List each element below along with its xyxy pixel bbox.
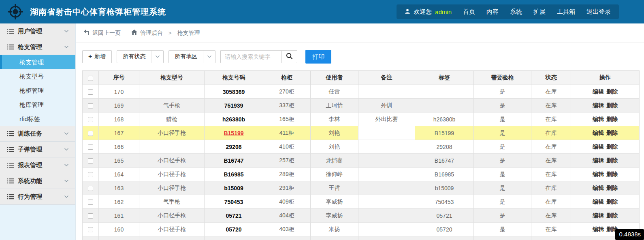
delete-link[interactable]: 删除 <box>606 88 618 95</box>
cell-tag: 750453 <box>415 195 474 209</box>
delete-link[interactable]: 删除 <box>606 185 618 191</box>
row-checkbox[interactable] <box>88 144 93 150</box>
sidebar-item-1-0[interactable]: 枪支管理 <box>0 55 75 69</box>
row-checkbox[interactable] <box>88 117 93 122</box>
row-select-cell <box>83 113 99 126</box>
row-select-cell <box>83 168 99 181</box>
cell-user: 任雷 <box>311 85 358 99</box>
edit-link[interactable]: 编辑 <box>593 130 604 136</box>
delete-link[interactable]: 删除 <box>606 198 618 205</box>
serial-link[interactable]: B15199 <box>224 130 243 136</box>
table-header-row: 序号枪支型号枪支号码枪柜使用者备注标签需要验枪状态操作 <box>83 71 640 85</box>
breadcrumb-separator: > <box>168 30 172 36</box>
sidebar-item-1-3[interactable]: 枪库管理 <box>0 98 75 112</box>
search-button[interactable] <box>281 50 297 63</box>
print-button[interactable]: 打印 <box>305 50 331 64</box>
search-input[interactable] <box>220 50 281 63</box>
delete-link[interactable]: 删除 <box>606 130 618 136</box>
sidebar-group-1[interactable]: 枪支管理 <box>0 39 75 55</box>
breadcrumb-home[interactable]: 管理后台 <box>131 30 163 37</box>
table-row-partial <box>83 236 640 240</box>
cell-status: 在库 <box>531 85 571 99</box>
cell-verify: 是 <box>474 99 531 113</box>
cell-note <box>358 223 415 236</box>
row-checkbox[interactable] <box>88 103 93 108</box>
topnav-item-1[interactable]: 内容 <box>486 8 499 16</box>
status-filter-dropdown[interactable]: 所有状态 <box>117 50 164 63</box>
cell-verify: 是 <box>474 195 531 209</box>
add-button[interactable]: + 新增 <box>82 50 112 63</box>
row-checkbox[interactable] <box>88 227 93 232</box>
edit-link[interactable]: 编辑 <box>593 212 604 219</box>
row-checkbox[interactable] <box>88 200 93 205</box>
edit-link[interactable]: 编辑 <box>593 102 604 108</box>
topnav-item-2[interactable]: 系统 <box>510 8 522 16</box>
row-checkbox[interactable] <box>88 89 93 95</box>
edit-link[interactable]: 编辑 <box>593 116 604 122</box>
topnav-item-4[interactable]: 工具箱 <box>557 8 575 16</box>
table-row: 165小口径手枪B16747257柜龙恺睿B16747是在库编辑删除 <box>83 154 640 168</box>
cell-actions: 编辑删除 <box>571 209 640 223</box>
sidebar-group-0[interactable]: 用户管理 <box>0 23 75 39</box>
edit-link[interactable]: 编辑 <box>593 226 604 232</box>
row-select-cell <box>83 154 99 168</box>
edit-link[interactable]: 编辑 <box>593 185 604 191</box>
cell-id: 162 <box>99 195 139 209</box>
column-header-7: 需要验枪 <box>474 71 531 85</box>
cell-verify: 是 <box>474 168 531 181</box>
topnav-item-5[interactable]: 退出登录 <box>586 8 611 16</box>
row-checkbox[interactable] <box>88 158 93 164</box>
edit-link[interactable]: 编辑 <box>593 143 604 150</box>
sidebar-group-4[interactable]: 报表管理 <box>0 157 75 173</box>
cell-serial: 29208 <box>205 140 263 154</box>
cell-cabinet: 409柜 <box>263 195 311 209</box>
row-select-cell <box>83 195 99 209</box>
row-checkbox[interactable] <box>88 186 93 191</box>
cell-model: 猎枪 <box>139 113 205 126</box>
sidebar-group-5[interactable]: 系统功能 <box>0 173 75 189</box>
cell-model: 小口径手枪 <box>139 209 205 223</box>
username[interactable]: admin <box>435 8 452 15</box>
home-icon <box>131 30 137 36</box>
back-link[interactable]: 返回上一页 <box>83 30 121 37</box>
column-header-6: 标签 <box>415 71 474 85</box>
column-header-4: 使用者 <box>311 71 358 85</box>
sidebar-group-3[interactable]: 子弹管理 <box>0 142 75 157</box>
delete-link[interactable]: 删除 <box>606 171 618 177</box>
region-filter-dropdown[interactable]: 所有地区 <box>168 50 215 63</box>
sidebar-item-1-1[interactable]: 枪支型号 <box>0 69 75 83</box>
cell-serial: 05721 <box>205 209 263 223</box>
app-logo-crosshair-icon <box>6 3 24 21</box>
edit-link[interactable]: 编辑 <box>593 88 604 95</box>
top-navigation: 欢迎您 admin 首页内容系统扩展工具箱退出登录 <box>397 4 619 19</box>
cell-tag: 05721 <box>415 209 474 223</box>
sidebar-group-label: 报表管理 <box>18 161 64 169</box>
row-checkbox[interactable] <box>88 172 93 177</box>
topnav-item-3[interactable]: 扩展 <box>533 8 546 16</box>
topnav-item-0[interactable]: 首页 <box>463 8 475 16</box>
edit-link[interactable]: 编辑 <box>593 198 604 205</box>
cell-id: 169 <box>99 99 139 113</box>
sidebar-group-2[interactable]: 训练任务 <box>0 126 75 142</box>
table-body: 1703058369270柜任雷是在库编辑删除169气手枪751939337柜王… <box>83 85 640 240</box>
cell-actions: 编辑删除 <box>571 195 640 209</box>
select-all-checkbox[interactable] <box>88 76 93 81</box>
cell-note: 外训 <box>358 99 415 113</box>
delete-link[interactable]: 删除 <box>606 102 618 108</box>
sidebar-group-6[interactable]: 行为管理 <box>0 189 75 205</box>
delete-link[interactable]: 删除 <box>606 212 618 219</box>
sidebar-group-label: 训练任务 <box>18 130 64 138</box>
edit-link[interactable]: 编辑 <box>593 171 604 177</box>
row-checkbox[interactable] <box>88 213 93 219</box>
sidebar-item-1-4[interactable]: rfid标签 <box>0 112 75 126</box>
row-checkbox[interactable] <box>88 131 93 136</box>
table-row: 169气手枪751939337柜王珂怡外训是在库编辑删除 <box>83 99 640 113</box>
delete-link[interactable]: 删除 <box>606 116 618 122</box>
app-header: 湖南省射击中心体育枪弹柜管理系统 欢迎您 admin 首页内容系统扩展工具箱退出… <box>0 0 644 23</box>
sidebar-item-1-2[interactable]: 枪柜管理 <box>0 83 75 98</box>
cell-user: 徐仰峥 <box>311 168 358 181</box>
delete-link[interactable]: 删除 <box>606 143 618 150</box>
edit-link[interactable]: 编辑 <box>593 157 604 164</box>
delete-link[interactable]: 删除 <box>606 157 618 164</box>
cell-cabinet: 337柜 <box>263 99 311 113</box>
